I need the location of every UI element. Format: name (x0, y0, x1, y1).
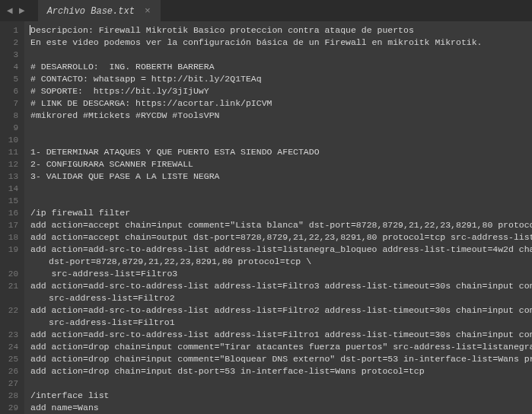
code-line: 1- DETERMINAR ATAQUES Y QUE PUERTO ESTA … (30, 146, 532, 158)
code-line: add action=drop chain=input comment="Tir… (30, 341, 532, 353)
code-line: add action=accept chain=output dst-port=… (30, 231, 532, 244)
code-line (30, 49, 532, 61)
gutter: 1234567891011121314151617181920212223242… (0, 21, 24, 414)
code-line: add action=accept chain=input comment="L… (30, 219, 532, 231)
line-number: 8 (8, 110, 18, 122)
line-number: 25 (8, 353, 18, 365)
line-number: 3 (8, 49, 18, 61)
code-line: #mikrored #Mtickets #RYCDW #ToolsVPN (30, 110, 532, 122)
line-number (8, 292, 18, 304)
line-number: 21 (8, 280, 18, 292)
line-number: 7 (8, 97, 18, 110)
code-line: # LINK DE DESCARGA: https://acortar.link… (30, 97, 532, 110)
tab-file[interactable]: Archivo Base.txt × (38, 0, 161, 21)
code-line: add action=drop chain=input comment="Blo… (30, 353, 532, 365)
line-number: 29 (8, 402, 18, 414)
line-number: 13 (8, 170, 18, 183)
code-line: add action=add-src-to-address-list addre… (30, 329, 532, 341)
code-line (30, 183, 532, 195)
line-number: 10 (8, 134, 18, 146)
code-line: # SOPORTE: https://bit.ly/3jIjUwY (30, 85, 532, 97)
line-number: 12 (8, 158, 18, 170)
line-number: 5 (8, 73, 18, 85)
code-line: src-address-list=Filtro3 (30, 268, 532, 280)
line-number: 11 (8, 146, 18, 158)
text-cursor (30, 25, 30, 35)
code-line (30, 195, 532, 207)
code-line: 2- CONFIGURARA SCANNER FIREWALL (30, 158, 532, 170)
line-number: 6 (8, 85, 18, 97)
code-line: En este video podemos ver la configuraci… (30, 37, 532, 49)
code-line: # CONTACTO: whatsapp = http://bit.ly/2Q1… (30, 73, 532, 85)
code-line: add action=drop chain=input dst-port=53 … (30, 365, 532, 377)
code-line: add name=Wans (30, 402, 532, 414)
line-number: 28 (8, 390, 18, 402)
nav-arrows: ◄ ► (0, 4, 32, 18)
line-number: 20 (8, 268, 18, 280)
line-number: 1 (8, 24, 18, 37)
line-number: 23 (8, 329, 18, 341)
nav-back-icon[interactable]: ◄ (5, 4, 15, 18)
line-number (8, 317, 18, 329)
code-line: /interface list (30, 390, 532, 402)
line-number: 16 (8, 207, 18, 219)
line-number: 27 (8, 377, 18, 390)
line-number: 18 (8, 231, 18, 244)
code-line (30, 377, 532, 390)
code-line (30, 122, 532, 134)
code-line: /ip firewall filter (30, 207, 532, 219)
code-line: # DESARROLLO: ING. ROBERTH BARRERA (30, 61, 532, 73)
code-line (30, 134, 532, 146)
code-area[interactable]: Descripcion: Firewall Mikrotik Basico pr… (24, 21, 532, 414)
line-number (8, 256, 18, 268)
line-number: 2 (8, 37, 18, 49)
line-number: 14 (8, 183, 18, 195)
line-number: 22 (8, 304, 18, 317)
line-number: 24 (8, 341, 18, 353)
code-line: dst-port=8728,8729,21,22,23,8291,80 prot… (30, 256, 532, 268)
code-line: Descripcion: Firewall Mikrotik Basico pr… (30, 24, 532, 37)
code-line: add action=add-src-to-address-list addre… (30, 304, 532, 317)
line-number: 9 (8, 122, 18, 134)
tabs: Archivo Base.txt × (38, 0, 161, 21)
line-number: 26 (8, 365, 18, 377)
code-line: 3- VALIDAR QUE PASE A LA LISTE NEGRA (30, 170, 532, 183)
code-line: src-address-list=Filtro1 (30, 317, 532, 329)
code-line: src-address-list=Filtro2 (30, 292, 532, 304)
code-line: add action=add-src-to-address-list addre… (30, 280, 532, 292)
editor: 1234567891011121314151617181920212223242… (0, 21, 532, 414)
titlebar: ◄ ► Archivo Base.txt × (0, 0, 532, 21)
tab-title: Archivo Base.txt (47, 6, 135, 17)
code-line: add action=add-src-to-address-list addre… (30, 244, 532, 256)
line-number: 4 (8, 61, 18, 73)
line-number: 17 (8, 219, 18, 231)
close-icon[interactable]: × (142, 6, 153, 17)
line-number: 15 (8, 195, 18, 207)
line-number: 19 (8, 244, 18, 256)
nav-forward-icon[interactable]: ► (17, 4, 27, 18)
